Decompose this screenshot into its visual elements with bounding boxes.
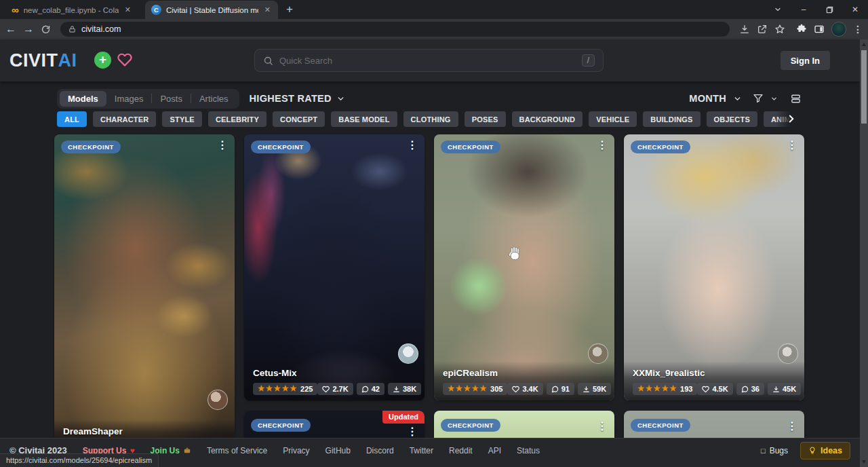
scroll-up-arrow-icon[interactable] [862,43,866,46]
chip-objects[interactable]: OBJECTS [707,111,757,127]
bugs-label: Bugs [770,446,788,455]
star-icons: ★★★★★ [258,385,298,393]
quick-search[interactable]: / [254,49,604,72]
footer-link-reddit[interactable]: Reddit [449,446,473,455]
chip-all[interactable]: ALL [57,111,87,127]
download-icon[interactable] [739,24,750,35]
card-menu-icon[interactable]: ⋮ [403,424,421,439]
bugs-link[interactable]: □ Bugs [761,446,788,455]
chip-vehicle[interactable]: VEHICLE [589,111,637,127]
rating-count: 193 [680,385,692,393]
filter-funnel-icon[interactable] [753,93,764,104]
model-type-badge[interactable]: CHECKPOINT [251,419,311,432]
chip-celebrity[interactable]: CELEBRITY [208,111,267,127]
civitai-logo[interactable]: CIVITAI [9,50,77,71]
sort-dropdown[interactable]: HIGHEST RATED [250,93,345,104]
star-icons: ★★★★★ [637,385,677,393]
page-scrollbar[interactable] [860,39,868,467]
footer-link-twitter[interactable]: Twitter [410,446,433,455]
card-menu-icon[interactable]: ⋮ [593,419,611,434]
tab-images[interactable]: Images [106,91,152,107]
chip-character[interactable]: CHARACTER [93,111,156,127]
close-tab-icon[interactable]: ✕ [123,5,132,14]
footer-link-api[interactable]: API [488,446,501,455]
creator-avatar[interactable] [208,390,228,410]
card-info-overlay: Cetus-Mix ★★★★★ 225 2.7K 42 [244,361,425,400]
create-plus-button[interactable]: + [94,52,111,69]
close-window-button[interactable]: ✕ [842,0,868,19]
chip-clothing[interactable]: CLOTHING [403,111,458,127]
reload-icon[interactable] [41,24,51,35]
favorites-heart-icon[interactable] [117,52,133,67]
footer-link-github[interactable]: GitHub [326,446,351,455]
search-input[interactable] [279,56,576,66]
share-icon[interactable] [757,24,768,35]
model-type-badge[interactable]: CHECKPOINT [631,141,690,153]
new-tab-button[interactable]: + [278,3,301,19]
tab-civitai[interactable]: C Civitai | Stable Diffusion models, ✕ [145,1,278,19]
card-menu-icon[interactable]: ⋮ [403,138,421,153]
chips-scroll-right-icon[interactable] [785,113,797,125]
model-type-badge[interactable]: CHECKPOINT [441,419,500,432]
card-menu-icon[interactable]: ⋮ [593,138,611,153]
footer-link-terms[interactable]: Terms of Service [207,446,267,455]
model-type-badge[interactable]: CHECKPOINT [631,419,690,432]
browser-menu-icon[interactable]: ⋮ [853,24,863,35]
card-menu-icon[interactable]: ⋮ [783,138,801,153]
model-type-badge[interactable]: CHECKPOINT [61,141,121,153]
scrollbar-thumb[interactable] [861,50,867,124]
comments-count: 42 [372,385,380,393]
download-icon [583,386,590,393]
side-panel-icon[interactable] [814,24,825,35]
lock-icon [68,25,76,33]
chip-concept[interactable]: CONCEPT [273,111,325,127]
tab-models[interactable]: Models [60,91,106,107]
chevron-down-icon[interactable] [733,94,742,103]
minimize-button[interactable]: – [791,0,816,19]
stat-pills: 3.4K 91 59K [507,383,611,395]
model-type-badge[interactable]: CHECKPOINT [441,141,500,153]
model-card-dreamshaper[interactable]: CHECKPOINT ⋮ DreamShaper [54,134,235,448]
chip-base-model[interactable]: BASE MODEL [331,111,397,127]
sign-in-button[interactable]: Sign In [781,51,830,70]
browser-profile-avatar[interactable] [831,22,846,37]
downloads-pill: 45K [768,383,801,395]
comments-count: 36 [751,385,760,393]
card-menu-icon[interactable]: ⋮ [783,419,801,434]
tab-articles[interactable]: Articles [191,91,237,107]
footer-link-discord[interactable]: Discord [366,446,394,455]
model-card-cetus-mix[interactable]: CHECKPOINT ⋮ Cetus-Mix ★★★★★ 225 2.7K [244,134,425,400]
period-dropdown[interactable]: MONTH [689,93,726,104]
bookmark-star-icon[interactable] [774,24,785,35]
footer-link-privacy[interactable]: Privacy [283,446,309,455]
tab-posts[interactable]: Posts [152,91,191,107]
model-type-badge[interactable]: CHECKPOINT [251,141,311,153]
card-info-overlay: epiCRealism ★★★★★ 305 3.4K 91 [434,361,614,400]
model-card-epicrealism[interactable]: CHECKPOINT ⋮ epiCRealism ★★★★★ 305 3.4K [434,134,614,400]
tab-colab[interactable]: ∞ new_colab_file.ipynb - Colaborat ✕ [5,1,138,19]
chip-poses[interactable]: POSES [465,111,506,127]
period-filter-controls: MONTH [689,93,802,105]
card-menu-icon[interactable]: ⋮ [214,138,231,153]
close-tab-icon[interactable]: ✕ [263,5,272,14]
tab-search-chevron-icon[interactable] [765,0,791,19]
model-card-xxmix9realistic[interactable]: CHECKPOINT ⋮ XXMix_9realistic ★★★★★ 193 … [624,134,804,400]
chevron-down-icon[interactable] [770,95,778,102]
comment-icon [551,386,559,393]
ideas-button[interactable]: Ideas [800,442,850,460]
address-bar[interactable]: civitai.com [60,22,730,37]
scroll-down-arrow-icon[interactable] [862,460,866,464]
restore-button[interactable] [816,0,842,19]
chip-style[interactable]: STYLE [162,111,201,127]
likes-pill: 3.4K [507,383,542,395]
chip-buildings[interactable]: BUILDINGS [643,111,700,127]
likes-count: 3.4K [522,385,538,393]
comment-icon [361,386,369,393]
footer-link-status[interactable]: Status [517,446,540,455]
back-icon[interactable]: ← [5,24,16,35]
extensions-icon[interactable] [796,24,807,35]
url-text: civitai.com [81,24,121,34]
chip-background[interactable]: BACKGROUND [512,111,583,127]
forward-icon[interactable]: → [23,24,34,35]
layout-toggle-icon[interactable] [790,93,802,105]
